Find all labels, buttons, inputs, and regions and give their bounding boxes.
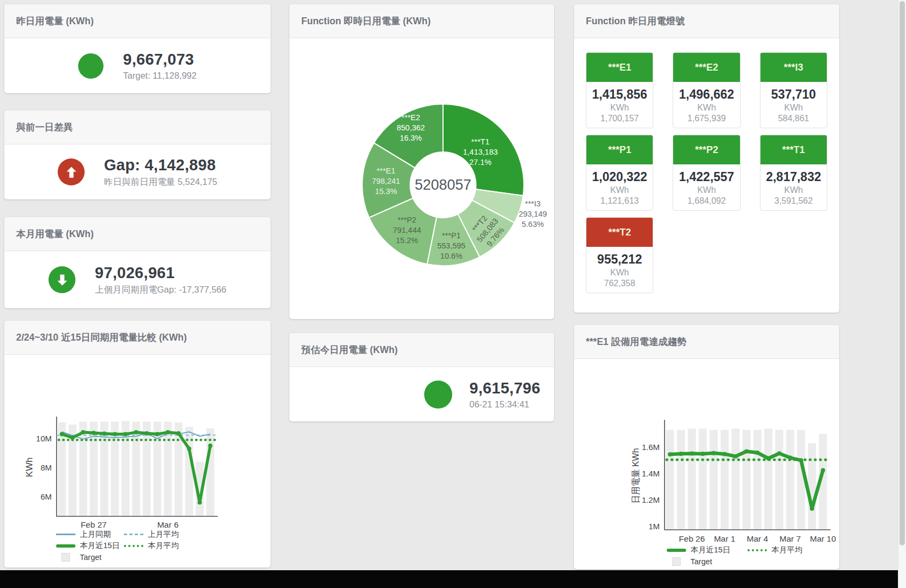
legend-label: 本月近15日 [80,541,120,551]
legend-label: 上月平均 [148,529,179,539]
card-compare-chart: 2/24~3/10 近15日同期用電量比較 (KWh) 6M8M10MKWhFe… [4,321,271,568]
legend-label: Target [690,557,712,566]
tile-unit: KWh [610,268,629,278]
tile-status-header: ***I3 [760,53,827,82]
legend-row: 本月近15日本月平均 [56,540,179,551]
legend-label: 本月平均 [148,541,179,551]
tile-status-header: ***T2 [586,218,653,247]
stat-row: 9,615,796 06-21 15:34:41 [289,367,554,421]
legend-thick-icon [667,549,686,552]
tile-body: 1,496,662KWh1,675,939 [673,82,739,128]
card-month-usage: 本月用電量 (KWh) 97,026,961 上個月同期用電Gap: -17,3… [4,217,271,308]
tile-unit: KWh [697,185,716,195]
tile-target-value: 1,121,613 [600,196,639,206]
tile-target-value: 3,591,562 [774,196,813,206]
svg-text:8M: 8M [40,463,52,472]
legend-item[interactable]: 本月平均 [748,545,803,555]
status-tile: ***P21,422,557KWh1,684,092 [673,135,740,211]
status-tile-grid: ***E11,415,856KWh1,700,157***E21,496,662… [574,38,839,307]
stat-value: 9,667,073 [123,51,196,68]
stat-subtitle: 上個月同期用電Gap: -17,377,566 [95,284,226,296]
tile-unit: KWh [784,185,803,195]
status-tile: ***T2955,212KWh762,358 [586,217,653,293]
tile-value: 955,212 [597,252,642,267]
tile-value: 1,415,856 [592,87,647,102]
tile-body: 955,212KWh762,358 [586,247,653,293]
tile-status-header: ***T1 [760,135,827,164]
legend-item[interactable]: 本月近15日 [667,545,748,555]
legend-item[interactable]: 上月平均 [124,529,179,539]
tile-unit: KWh [697,103,716,113]
realtime-donut-chart: ***T11,413,18327.1%***I3293,1495.63%***T… [289,4,554,319]
legend-item[interactable]: 本月平均 [124,541,179,551]
status-tile: ***P11,020,322KWh1,121,613 [586,135,653,211]
legend-dotted-icon [748,549,767,551]
status-tile: ***E21,496,662KWh1,675,939 [673,52,740,128]
legend-label: 本月平均 [771,545,803,555]
tile-unit: KWh [610,185,629,195]
tile-unit: KWh [610,103,629,113]
stat-subtitle: 昨日與前日用電量 5,524,175 [104,176,217,188]
legend-item[interactable]: 本月近15日 [56,541,124,551]
legend-bar-icon [56,553,75,562]
card-e1-trend: ***E1 設備用電達成趨勢 1M1.2M1.4M1.6M日用電量 KWhFeb… [574,325,839,569]
status-ok-circle-icon [78,53,103,79]
legend-label: Target [80,553,101,562]
svg-text:5208057: 5208057 [414,177,471,193]
stat-row: 97,026,961 上個月同期用電Gap: -17,377,566 [4,251,271,308]
tile-value: 1,422,557 [679,170,734,184]
legend-label: 上月同期 [80,529,111,539]
tile-target-value: 1,684,092 [687,196,725,206]
card-status-board: Function 昨日用電燈號 ***E11,415,856KWh1,700,1… [574,4,839,313]
card-title: Function 昨日用電燈號 [574,4,839,38]
svg-text:日用電量 KWh: 日用電量 KWh [631,448,640,503]
status-ok-circle-icon [424,381,452,409]
tile-status-header: ***E1 [586,53,653,82]
tile-target-value: 1,700,157 [600,114,639,123]
tile-body: 2,817,832KWh3,591,562 [760,164,827,210]
window-bottom-edge [0,570,906,588]
tile-body: 1,422,557KWh1,684,092 [673,164,739,210]
arrow-up-circle-icon [58,158,85,185]
legend-row: 上月同期上月平均 [56,529,179,540]
svg-text:10M: 10M [36,434,52,443]
legend-row: Target [667,556,803,567]
tile-status-header: ***E2 [673,53,739,82]
svg-text:Feb 27: Feb 27 [81,520,107,529]
tile-body: 1,020,322KWh1,121,613 [586,164,653,210]
e1-trend-chart: 1M1.2M1.4M1.6M日用電量 KWhFeb 26Mar 1Mar 4Ma… [574,325,839,569]
svg-text:1M: 1M [648,522,660,531]
arrow-down-circle-icon [49,266,75,293]
card-title: 預估今日用電量 (KWh) [289,333,554,367]
card-estimate-today: 預估今日用電量 (KWh) 9,615,796 06-21 15:34:41 [289,333,554,421]
tile-status-header: ***P1 [586,135,653,164]
svg-text:Mar 7: Mar 7 [779,534,801,543]
legend-row: 本月近15日本月平均 [667,544,803,556]
vertical-scrollbar[interactable] [898,0,906,588]
legend-bar-icon [667,557,686,566]
legend-item[interactable]: 上月同期 [56,529,124,539]
stat-value: 9,615,796 [469,379,541,397]
svg-text:KWh: KWh [24,458,34,478]
legend-dotted-icon [124,545,143,547]
card-title: 本月用電量 (KWh) [4,217,271,251]
legend-label: 本月近15日 [690,545,730,555]
svg-text:Mar 4: Mar 4 [746,534,768,543]
stat-row: Gap: 4,142,898 昨日與前日用電量 5,524,175 [4,144,271,199]
tile-value: 2,817,832 [766,170,821,184]
legend-item[interactable]: Target [56,553,101,562]
tile-target-value: 762,358 [604,279,635,288]
card-prev-day-gap: 與前一日差異 Gap: 4,142,898 昨日與前日用電量 5,524,175 [4,110,271,199]
scrollbar-thumb[interactable] [900,1,905,545]
chart-legend: 本月近15日本月平均Target [667,544,803,567]
svg-text:1.6M: 1.6M [642,442,660,452]
svg-text:Mar 6: Mar 6 [157,520,179,529]
legend-line-icon [56,534,75,535]
stat-row: 9,667,073 Target: 11,128,992 [4,38,271,93]
legend-item[interactable]: Target [667,557,712,566]
tile-value: 1,496,662 [679,87,734,102]
svg-text:1.2M: 1.2M [642,495,660,504]
stat-value: 97,026,961 [95,264,226,282]
tile-body: 537,710KWh584,861 [760,82,827,128]
status-tile: ***I3537,710KWh584,861 [760,52,827,128]
